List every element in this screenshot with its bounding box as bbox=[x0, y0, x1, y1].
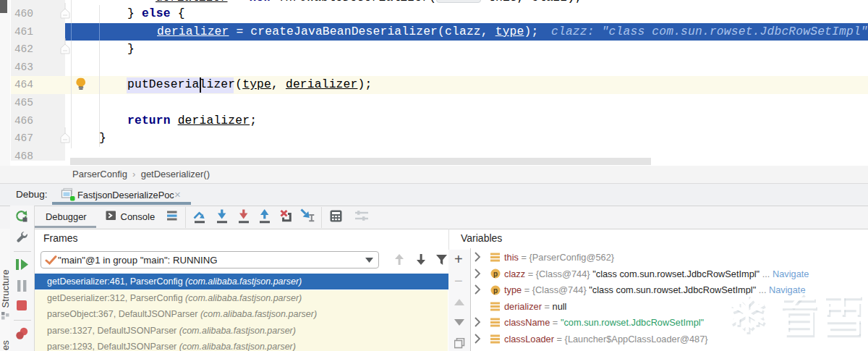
svg-text:p: p bbox=[493, 287, 498, 295]
svg-text:p: p bbox=[493, 270, 498, 278]
